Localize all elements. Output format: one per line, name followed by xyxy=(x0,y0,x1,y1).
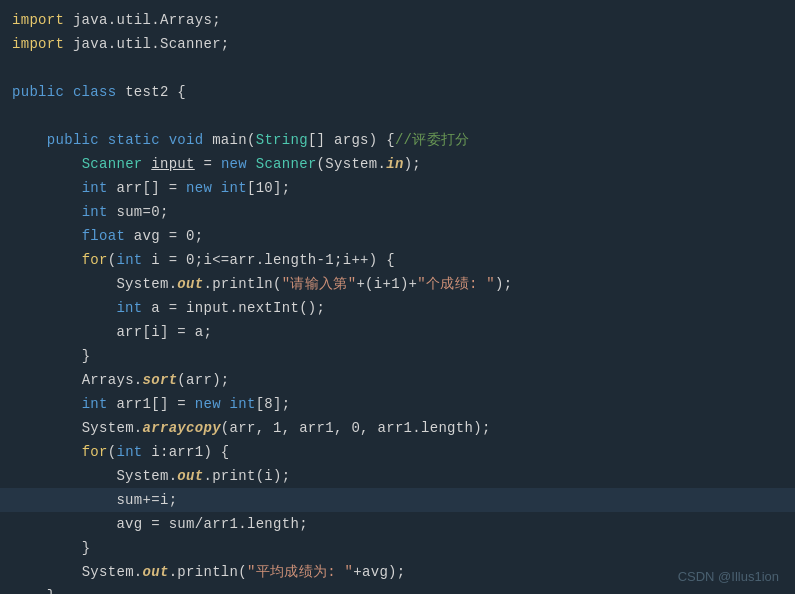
code-content: import java.util.Arrays; xyxy=(12,9,221,31)
code-line: } xyxy=(0,584,795,594)
code-content: Arrays.sort(arr); xyxy=(12,369,230,391)
code-line: System.arraycopy(arr, 1, arr1, 0, arr1.l… xyxy=(0,416,795,440)
code-content: float avg = 0; xyxy=(12,225,203,247)
code-line: import java.util.Arrays; xyxy=(0,8,795,32)
code-content: int arr1[] = new int[8]; xyxy=(12,393,290,415)
code-content: for(int i:arr1) { xyxy=(12,441,230,463)
code-line: } xyxy=(0,536,795,560)
code-line: Scanner input = new Scanner(System.in); xyxy=(0,152,795,176)
code-line: for(int i:arr1) { xyxy=(0,440,795,464)
code-content: System.out.println("平均成绩为: "+avg); xyxy=(12,561,406,583)
code-line: int sum=0; xyxy=(0,200,795,224)
code-content: } xyxy=(12,537,90,559)
code-line: public static void main(String[] args) {… xyxy=(0,128,795,152)
watermark: CSDN @Illus1ion xyxy=(678,569,779,584)
code-line: System.out.print(i); xyxy=(0,464,795,488)
code-line: int arr[] = new int[10]; xyxy=(0,176,795,200)
code-content: int arr[] = new int[10]; xyxy=(12,177,290,199)
code-line: float avg = 0; xyxy=(0,224,795,248)
code-line: public class test2 { xyxy=(0,80,795,104)
code-content: arr[i] = a; xyxy=(12,321,212,343)
code-content: System.out.print(i); xyxy=(12,465,290,487)
code-content: int a = input.nextInt(); xyxy=(12,297,325,319)
code-line: avg = sum/arr1.length; xyxy=(0,512,795,536)
code-line: arr[i] = a; xyxy=(0,320,795,344)
code-content: System.arraycopy(arr, 1, arr1, 0, arr1.l… xyxy=(12,417,491,439)
code-content: avg = sum/arr1.length; xyxy=(12,513,308,535)
code-line: System.out.println("平均成绩为: "+avg); xyxy=(0,560,795,584)
code-content: import java.util.Scanner; xyxy=(12,33,230,55)
code-content: public class test2 { xyxy=(12,81,186,103)
code-line: int a = input.nextInt(); xyxy=(0,296,795,320)
code-line: System.out.println("请输入第"+(i+1)+"个成绩: ")… xyxy=(0,272,795,296)
code-content: } xyxy=(12,585,56,594)
code-line: int arr1[] = new int[8]; xyxy=(0,392,795,416)
code-content: public static void main(String[] args) {… xyxy=(12,129,470,151)
code-line: Arrays.sort(arr); xyxy=(0,368,795,392)
code-content xyxy=(12,105,21,127)
code-content: for(int i = 0;i<=arr.length-1;i++) { xyxy=(12,249,395,271)
code-editor: import java.util.Arrays;import java.util… xyxy=(0,0,795,594)
code-content xyxy=(12,57,21,79)
code-line: } xyxy=(0,344,795,368)
code-content: Scanner input = new Scanner(System.in); xyxy=(12,153,421,175)
code-line: for(int i = 0;i<=arr.length-1;i++) { xyxy=(0,248,795,272)
code-content: } xyxy=(12,345,90,367)
code-content: int sum=0; xyxy=(12,201,169,223)
code-content: sum+=i; xyxy=(12,489,177,511)
code-content: System.out.println("请输入第"+(i+1)+"个成绩: ")… xyxy=(12,273,512,295)
code-line: sum+=i; xyxy=(0,488,795,512)
code-line xyxy=(0,56,795,80)
code-line xyxy=(0,104,795,128)
code-line: import java.util.Scanner; xyxy=(0,32,795,56)
